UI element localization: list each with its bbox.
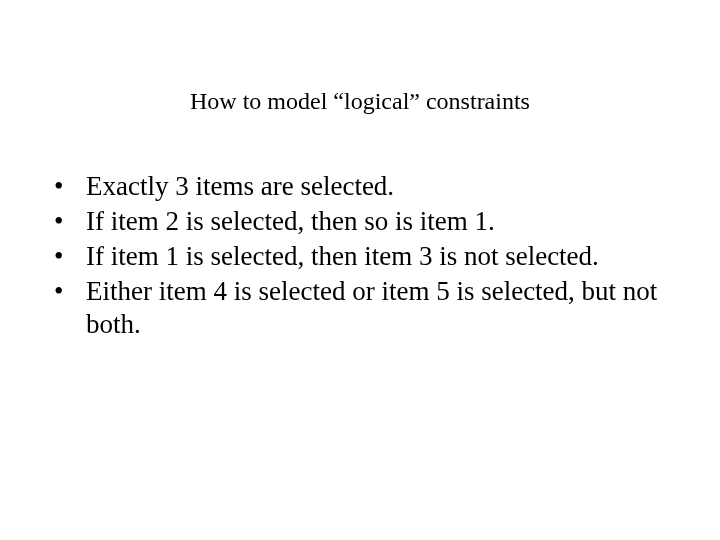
list-item: • If item 2 is selected, then so is item… [48, 205, 660, 238]
bullet-text: Exactly 3 items are selected. [86, 170, 660, 203]
bullet-text: Either item 4 is selected or item 5 is s… [86, 275, 660, 341]
list-item: • Either item 4 is selected or item 5 is… [48, 275, 660, 341]
list-item: • Exactly 3 items are selected. [48, 170, 660, 203]
slide: How to model “logical” constraints • Exa… [0, 0, 720, 540]
bullet-icon: • [48, 275, 86, 308]
bullet-list: • Exactly 3 items are selected. • If ite… [48, 170, 660, 343]
bullet-text: If item 2 is selected, then so is item 1… [86, 205, 660, 238]
bullet-icon: • [48, 240, 86, 273]
bullet-text: If item 1 is selected, then item 3 is no… [86, 240, 660, 273]
list-item: • If item 1 is selected, then item 3 is … [48, 240, 660, 273]
slide-title: How to model “logical” constraints [0, 88, 720, 115]
bullet-icon: • [48, 170, 86, 203]
bullet-icon: • [48, 205, 86, 238]
